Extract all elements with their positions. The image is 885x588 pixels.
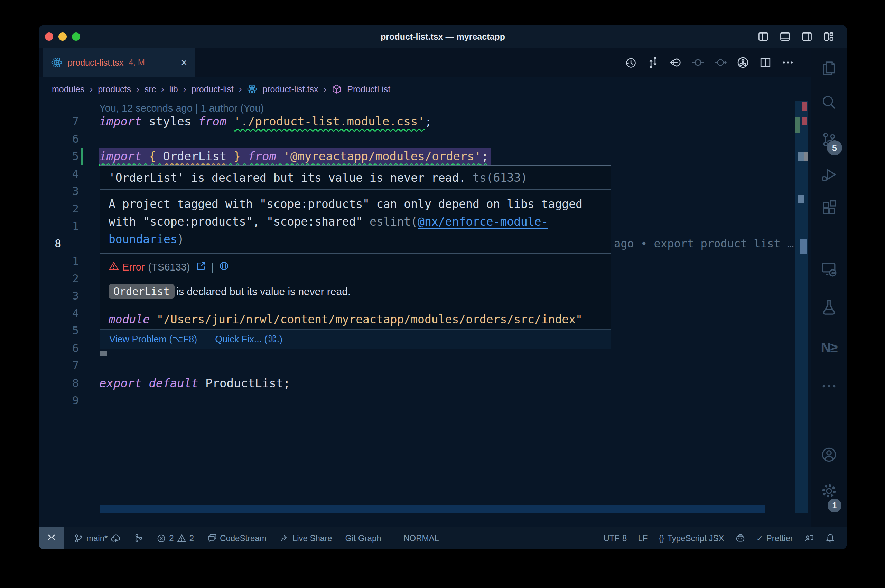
toggle-panel-icon[interactable] [780, 31, 790, 42]
ts-diagnostic-code: ts(6133) [473, 171, 527, 184]
globe-icon[interactable] [219, 261, 229, 274]
line-number[interactable]: 1 [39, 217, 79, 235]
breadcrumb-symbol[interactable]: ProductList [347, 84, 390, 94]
debug-icon[interactable] [821, 166, 837, 183]
line-number[interactable]: 7 [39, 357, 79, 375]
toggle-primary-sidebar-icon[interactable] [758, 31, 769, 42]
extensions-icon[interactable] [821, 200, 837, 216]
git-branch-icon [74, 534, 83, 543]
line-number[interactable]: 5 [39, 322, 79, 340]
remote-explorer-icon[interactable] [821, 261, 837, 278]
git-branch-status[interactable]: main* [74, 533, 121, 543]
nx-console-icon[interactable]: N≥ [821, 340, 837, 356]
more-actions-icon[interactable] [781, 56, 794, 69]
braces-icon: {} [658, 533, 664, 543]
code-line[interactable]: export default ProductList; [99, 375, 290, 392]
breadcrumb-src[interactable]: src [144, 84, 156, 94]
codestream-status[interactable]: CodeStream [207, 533, 266, 543]
prettier-status[interactable]: ✓ Prettier [756, 533, 793, 543]
files-icon[interactable] [821, 60, 837, 77]
back-navigation-icon[interactable] [669, 56, 682, 69]
testing-icon[interactable] [821, 299, 837, 315]
code-line[interactable]: import styles from './product-list.modul… [99, 112, 432, 130]
line-number[interactable]: 2 [39, 200, 79, 218]
eslint-rule-link[interactable]: @nx/enforce-module- [418, 215, 548, 228]
chevron-right-icon: › [90, 84, 93, 94]
breadcrumb-product-list[interactable]: product-list [191, 84, 233, 94]
git-graph-label: Git Graph [346, 533, 381, 543]
git-graph-circle-icon[interactable] [737, 56, 749, 69]
gutter-modified-indicator [81, 148, 83, 165]
customize-layout-icon[interactable] [823, 31, 834, 42]
encoding-label: UTF-8 [603, 533, 627, 543]
symbol-box-icon [332, 84, 342, 94]
settings-gear-icon[interactable] [821, 483, 837, 499]
code-editor[interactable]: You, 12 seconds ago | 1 author (You) 7im… [39, 101, 811, 527]
layout-controls [758, 25, 834, 48]
person-screen-icon [804, 533, 814, 543]
language-mode-status[interactable]: {} TypeScript JSX [658, 533, 724, 543]
breadcrumb-file[interactable]: product-list.tsx [262, 84, 318, 94]
line-number[interactable]: 3 [39, 182, 79, 200]
search-icon[interactable] [821, 94, 837, 111]
live-share-status[interactable]: Live Share [279, 533, 332, 543]
error-label: Error [122, 261, 144, 273]
encoding-status[interactable]: UTF-8 [603, 533, 627, 543]
remote-indicator[interactable] [39, 527, 64, 549]
line-number[interactable]: 8 [39, 375, 79, 392]
tab-product-list[interactable]: product-list.tsx 4, M × [43, 48, 195, 77]
line-number[interactable]: 2 [39, 270, 79, 287]
more-views-icon[interactable] [821, 378, 837, 394]
code-line[interactable]: import { OrderList } from '@myreactapp/m… [99, 147, 491, 165]
inline-blame: ago • export product list … [614, 235, 794, 252]
status-bar: main* 2 2 CodeStream Live Share Git [39, 527, 847, 549]
next-change-icon[interactable] [714, 56, 727, 69]
vim-mode-status[interactable]: -- NORMAL -- [396, 533, 447, 543]
breadcrumb-products[interactable]: products [98, 84, 131, 94]
ruler-cursor-mark [799, 239, 807, 254]
line-number[interactable]: 6 [39, 130, 79, 148]
code-row: 8export default ProductList; [39, 375, 811, 392]
line-number[interactable]: 9 [39, 392, 79, 410]
eslint-rule-link[interactable]: boundaries [108, 232, 177, 246]
line-number[interactable]: 7 [39, 112, 79, 130]
chevron-right-icon: › [136, 84, 139, 94]
line-number[interactable]: 5 [39, 147, 79, 165]
tooltip-resize-grip[interactable] [99, 351, 107, 356]
line-number[interactable]: 1 [39, 252, 79, 270]
module-path-row: module "/Users/juri/nrwl/content/myreact… [100, 309, 610, 330]
react-icon [247, 84, 257, 94]
eslint-message-line: boundaries) [108, 230, 602, 248]
editor-actions [624, 48, 794, 77]
line-number[interactable]: 3 [39, 287, 79, 305]
horizontal-scrollbar[interactable] [99, 505, 765, 513]
error-circle-icon [156, 534, 166, 543]
tab-label: product-list.tsx [68, 58, 123, 68]
problems-status[interactable]: 2 2 [156, 533, 194, 543]
external-link-icon[interactable] [196, 261, 206, 274]
ts-diagnostic-row: 'OrderList' is declared but its value is… [100, 166, 610, 190]
line-number[interactable]: 8 [39, 235, 98, 252]
previous-change-icon[interactable] [692, 56, 704, 69]
tab-close-icon[interactable]: × [181, 57, 187, 68]
prettier-label: Prettier [766, 533, 793, 543]
split-editor-icon[interactable] [759, 56, 772, 69]
vertical-scrollbar[interactable] [795, 101, 808, 513]
line-number[interactable]: 6 [39, 340, 79, 357]
view-problem-button[interactable]: View Problem (⌥F8) [109, 334, 197, 345]
line-number[interactable]: 4 [39, 165, 79, 183]
breadcrumb-modules[interactable]: modules [52, 84, 85, 94]
quick-fix-button[interactable]: Quick Fix... (⌘.) [215, 334, 282, 345]
compare-changes-icon[interactable] [647, 56, 659, 69]
breadcrumb-lib[interactable]: lib [170, 84, 178, 94]
toggle-secondary-sidebar-icon[interactable] [801, 31, 812, 42]
commit-graph-status[interactable] [134, 533, 143, 543]
line-number[interactable]: 4 [39, 305, 79, 322]
copilot-status[interactable] [735, 533, 745, 543]
timeline-history-icon[interactable] [624, 56, 637, 69]
live-share-contacts-status[interactable] [804, 533, 814, 543]
eol-status[interactable]: LF [638, 533, 648, 543]
git-graph-status[interactable]: Git Graph [346, 533, 381, 543]
account-icon[interactable] [821, 446, 837, 463]
notifications-status[interactable] [825, 533, 835, 543]
